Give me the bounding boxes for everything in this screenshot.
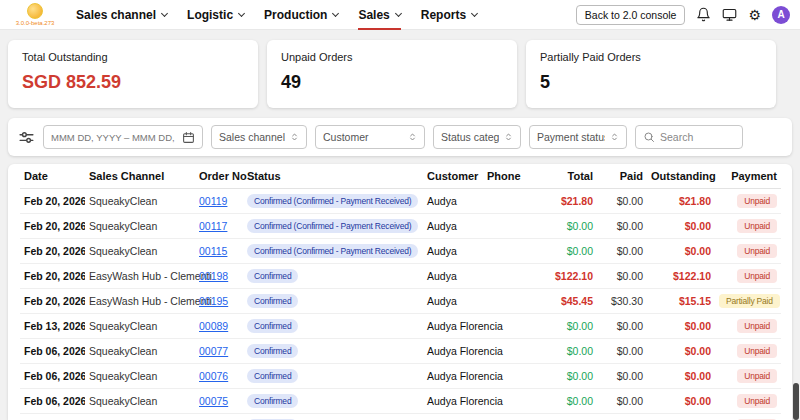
nav-item-sales[interactable]: Sales — [358, 0, 400, 30]
orders-table: DateSales ChannelOrder NoStatusCustomerP… — [20, 164, 781, 420]
cell-date: Feb 06, 2026 — [20, 414, 85, 420]
cell-sales-channel: SqueakyClean — [85, 189, 195, 214]
cell-order-no: 00117 — [195, 214, 243, 239]
search-input[interactable] — [660, 131, 735, 143]
order-number-link[interactable]: 00076 — [199, 370, 228, 382]
chevron-updown-icon — [504, 131, 513, 143]
date-range-field[interactable] — [51, 132, 177, 143]
cell-order-no: 00075 — [195, 389, 243, 414]
cell-order-no: 00198 — [195, 264, 243, 289]
card-label: Total Outstanding — [22, 51, 244, 63]
cell-paid: $0.00 — [597, 264, 647, 289]
back-to-console-button[interactable]: Back to 2.0 console — [576, 5, 686, 25]
settings-gear-icon[interactable]: ⚙ — [748, 8, 761, 22]
cell-phone — [483, 289, 537, 314]
date-range-input[interactable] — [43, 125, 203, 149]
chevron-down-icon — [332, 9, 339, 16]
nav-item-label: Sales channel — [76, 8, 156, 22]
cell-total: $21.80 — [537, 189, 597, 214]
cell-outstanding: $122.10 — [647, 264, 715, 289]
nav-item-logistic[interactable]: Logistic — [187, 0, 244, 30]
cell-payment: Unpaid — [715, 189, 781, 214]
order-number-link[interactable]: 00077 — [199, 345, 228, 357]
user-avatar[interactable]: A — [772, 6, 790, 24]
cell-paid: $0.00 — [597, 339, 647, 364]
column-header-customer: Customer — [423, 164, 483, 189]
status-badge: Confirmed — [247, 394, 298, 408]
order-number-link[interactable]: 00119 — [199, 195, 227, 207]
display-monitor-icon[interactable] — [722, 7, 737, 22]
cell-date: Feb 06, 2026 — [20, 364, 85, 389]
chevron-down-icon — [395, 9, 402, 16]
nav-item-label: Sales — [358, 8, 389, 22]
nav-item-production[interactable]: Production — [264, 0, 338, 30]
cell-total: $0.00 — [537, 389, 597, 414]
nav-item-sales-channel[interactable]: Sales channel — [76, 0, 167, 30]
order-number-link[interactable]: 00115 — [199, 245, 227, 257]
cell-customer: Audya — [423, 264, 483, 289]
filter-select-sales-channel[interactable]: Sales channel — [211, 125, 307, 149]
app-logo[interactable]: 3.0.0-beta.273 — [10, 3, 60, 26]
payment-status-badge: Unpaid — [737, 369, 777, 383]
cell-payment: Unpaid — [715, 389, 781, 414]
cell-customer: Audya — [423, 214, 483, 239]
cell-customer: Audya Florencia — [423, 364, 483, 389]
cell-outstanding: $0.00 — [647, 414, 715, 420]
status-badge: Confirmed — [247, 319, 298, 333]
filter-settings-icon[interactable] — [18, 129, 35, 146]
table-row: Feb 20, 2026EasyWash Hub - Clementi00198… — [20, 264, 781, 289]
cell-date: Feb 20, 2026 — [20, 214, 85, 239]
cell-date: Feb 20, 2026 — [20, 289, 85, 314]
cell-total: $0.00 — [537, 414, 597, 420]
filter-select-status-category[interactable]: Status category — [433, 125, 521, 149]
column-header-total: Total — [537, 164, 597, 189]
cell-status: Confirmed (Confirmed - Payment Received) — [243, 189, 423, 214]
order-number-link[interactable]: 00089 — [199, 320, 228, 332]
filter-select-payment-status[interactable]: Payment status — [529, 125, 627, 149]
cell-outstanding: $0.00 — [647, 214, 715, 239]
vertical-scrollbar-thumb[interactable] — [793, 383, 799, 420]
notifications-bell-icon[interactable] — [696, 7, 711, 22]
cell-total: $0.00 — [537, 364, 597, 389]
column-header-paid: Paid — [597, 164, 647, 189]
orders-table-card: DateSales ChannelOrder NoStatusCustomerP… — [8, 164, 792, 420]
cell-payment: Unpaid — [715, 214, 781, 239]
cell-status: Confirmed — [243, 339, 423, 364]
card-value: 49 — [281, 72, 503, 93]
cell-customer: Audya — [423, 189, 483, 214]
logo-icon — [27, 3, 43, 19]
order-number-link[interactable]: 00198 — [199, 270, 228, 282]
cell-payment: Unpaid — [715, 239, 781, 264]
cell-payment: Partially Paid — [715, 289, 781, 314]
cell-order-no: 00115 — [195, 239, 243, 264]
column-header-outstanding: Outstanding — [647, 164, 715, 189]
filter-select-customer[interactable]: Customer — [315, 125, 425, 149]
cell-customer: Audya Florencia — [423, 314, 483, 339]
cell-payment: Unpaid — [715, 339, 781, 364]
nav-item-reports[interactable]: Reports — [421, 0, 477, 30]
cell-sales-channel: SqueakyClean — [85, 214, 195, 239]
order-number-link[interactable]: 00195 — [199, 295, 228, 307]
cell-phone — [483, 189, 537, 214]
cell-paid: $30.30 — [597, 289, 647, 314]
order-number-link[interactable]: 00075 — [199, 395, 228, 407]
cell-paid: $0.00 — [597, 364, 647, 389]
summary-card-total-outstanding: Total OutstandingSGD 852.59 — [8, 40, 258, 108]
payment-status-badge: Unpaid — [737, 394, 777, 408]
filter-bar: Sales channelCustomerStatus categoryPaym… — [8, 118, 792, 156]
filter-dropdowns: Sales channelCustomerStatus categoryPaym… — [211, 125, 627, 149]
cell-payment: Unpaid — [715, 414, 781, 420]
chevron-updown-icon — [610, 131, 619, 143]
cell-sales-channel: SqueakyClean — [85, 339, 195, 364]
column-header-status: Status — [243, 164, 423, 189]
search-box[interactable] — [635, 125, 743, 149]
cell-date: Feb 20, 2026 — [20, 239, 85, 264]
cell-customer: Audya Florencia — [423, 389, 483, 414]
payment-status-badge: Unpaid — [737, 244, 777, 258]
card-label: Partially Paid Orders — [540, 51, 762, 63]
column-header-order-no: Order No — [195, 164, 243, 189]
order-number-link[interactable]: 00117 — [199, 220, 227, 232]
cell-total: $0.00 — [537, 214, 597, 239]
cell-customer: Audya — [423, 239, 483, 264]
cell-sales-channel: SqueakyClean — [85, 414, 195, 420]
